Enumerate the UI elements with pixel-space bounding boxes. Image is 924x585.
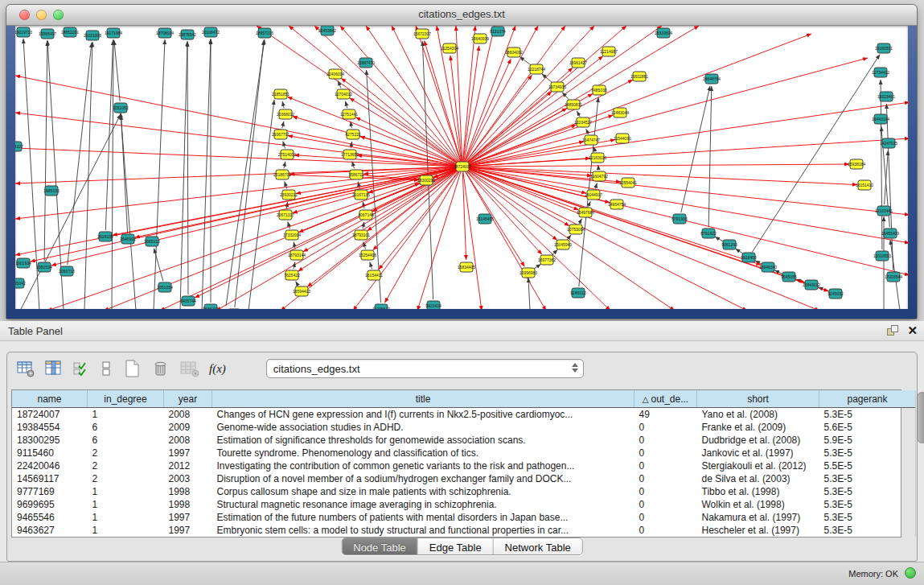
tab-edge-table[interactable]: Edge Table xyxy=(418,538,494,554)
tab-network-table[interactable]: Network Table xyxy=(494,538,582,554)
graph-node-label: 25186701 xyxy=(273,172,291,177)
graph-node-label: 9061243 xyxy=(721,242,737,247)
table-row[interactable]: 969969511998Structural magnetic resonanc… xyxy=(12,498,915,511)
table-row[interactable]: 946554611997Estimation of the future num… xyxy=(12,511,915,524)
graph-node-label: 12751441 xyxy=(340,112,358,117)
graph-node-label: 18957215 xyxy=(256,31,273,35)
graph-node-label: 10843012 xyxy=(803,282,820,287)
graph-edge xyxy=(467,167,908,243)
column-header-in_degree[interactable]: in_degree xyxy=(88,390,164,408)
tab-node-table[interactable]: Node Table xyxy=(342,538,418,554)
window-titlebar[interactable]: citations_edges.txt xyxy=(6,5,917,26)
graph-node-label: 15145455 xyxy=(476,216,494,221)
stepper-icon xyxy=(572,363,578,373)
table-type-tabs: Node TableEdge TableNetwork Table xyxy=(341,538,583,555)
network-window: citations_edges.txt 19019713195654071885… xyxy=(6,4,918,319)
graph-edge xyxy=(417,171,461,309)
column-header-out_de[interactable]: △out_de... xyxy=(634,390,697,408)
graph-edge xyxy=(44,41,47,261)
table-selector[interactable]: citations_edges.txt xyxy=(266,359,584,378)
new-document-icon[interactable] xyxy=(121,357,142,380)
column-header-pagerank[interactable]: pagerank xyxy=(819,390,916,408)
graph-edge xyxy=(350,98,457,163)
network-canvas[interactable]: 1901971319565407188522012002100819171984… xyxy=(15,26,908,309)
graph-node-label: 15045943 xyxy=(554,242,572,247)
graph-node-label: 12218744 xyxy=(528,67,545,72)
graph-node-label: 9923414 xyxy=(425,303,441,308)
graph-node-label: 19171984 xyxy=(105,31,122,35)
memory-indicator[interactable] xyxy=(905,567,916,579)
table-row[interactable]: 946362711997Embryonic stem cells: a mode… xyxy=(12,524,915,537)
graph-node-label: 9918403 xyxy=(741,255,757,260)
graph-edge xyxy=(282,101,284,108)
graph-node-label: 18300295 xyxy=(417,178,435,183)
graph-node-label: 22406004 xyxy=(326,72,344,76)
graph-node-label: 17332004 xyxy=(283,233,301,237)
select-column-icon[interactable] xyxy=(43,358,64,379)
graph-node-label: 12483044 xyxy=(611,110,629,115)
graph-node-label: 15887470 xyxy=(357,60,375,65)
table-row[interactable]: 1456911722003Disruption of a novel membe… xyxy=(12,472,915,485)
graph-node-label: 2435744 xyxy=(180,299,196,303)
graph-node-label: 10996983 xyxy=(519,270,537,275)
graph-edge xyxy=(282,122,284,128)
column-header-short[interactable]: short xyxy=(697,390,819,408)
graph-edge xyxy=(465,171,546,309)
graph-edge xyxy=(466,169,747,309)
graph-node-label: 19876542 xyxy=(179,32,196,37)
graph-node-label: 16648784 xyxy=(703,76,721,81)
graph-node-label: 11254304 xyxy=(441,46,458,51)
graph-edge xyxy=(180,41,187,309)
graph-edge xyxy=(226,39,265,306)
graph-edge xyxy=(345,101,347,109)
function-builder-icon[interactable]: f(x) xyxy=(208,368,227,369)
graph-node-label: 23930212 xyxy=(280,192,298,197)
graph-node-label: 11035612 xyxy=(372,307,390,309)
table-row[interactable]: 1938455462009Genome-wide association stu… xyxy=(12,421,915,434)
graph-node-label: 3586711 xyxy=(348,172,363,177)
graph-node-label: 15672307 xyxy=(413,31,431,36)
table-row[interactable]: 1872400712008Changes of HCN gene express… xyxy=(12,408,915,422)
delete-table-icon[interactable] xyxy=(179,358,201,379)
graph-node-label: 9245012 xyxy=(570,290,586,295)
graph-edge xyxy=(384,172,459,303)
graph-edge xyxy=(542,74,552,83)
table-row[interactable]: 2242004622012Investigating the contribut… xyxy=(12,459,915,472)
table-row[interactable]: 1830029562008Estimation of significance … xyxy=(12,434,915,447)
graph-node-label: 16640939 xyxy=(471,36,489,41)
graph-node-label: 1901934 xyxy=(15,261,31,266)
graph-node-label: 10753094 xyxy=(567,227,585,232)
delete-trash-icon[interactable] xyxy=(150,357,171,380)
table-panel-header: Table Panel ✕ xyxy=(0,321,924,341)
table-settings-icon[interactable] xyxy=(15,358,36,379)
graph-edge xyxy=(284,162,285,168)
graph-node-label: 15497684 xyxy=(577,210,594,215)
float-panel-icon[interactable] xyxy=(885,323,899,337)
graph-node-label: 11544091 xyxy=(614,136,631,141)
graph-edge xyxy=(466,169,675,309)
graph-node-label: 1985033 xyxy=(43,188,60,193)
column-header-name[interactable]: name xyxy=(12,390,88,408)
graph-node-label: 18852201 xyxy=(61,30,79,35)
graph-node-label: 19160501 xyxy=(875,46,893,51)
graph-edge xyxy=(466,26,699,164)
close-panel-icon[interactable]: ✕ xyxy=(907,324,918,337)
column-header-title[interactable]: title xyxy=(212,390,634,408)
table-row[interactable]: 911546021997Tourette syndrome. Phenomeno… xyxy=(12,447,915,459)
graph-node-label: 14954754 xyxy=(608,202,626,207)
graph-node-label: 16023401 xyxy=(877,94,895,99)
graph-node-label: 8131074 xyxy=(490,29,506,34)
row-height-icon[interactable] xyxy=(98,358,114,379)
scrollbar-thumb[interactable] xyxy=(917,392,924,443)
graph-node-label: 20021008 xyxy=(84,33,101,38)
column-header-year[interactable]: year xyxy=(164,390,212,408)
table-vertical-scrollbar[interactable] xyxy=(915,390,916,537)
graph-edge xyxy=(466,26,594,163)
graph-edge xyxy=(552,249,558,255)
graph-edge xyxy=(579,219,582,224)
table-row[interactable]: 977716911998Corpus callosum shape and si… xyxy=(12,485,915,498)
match-checkbox-icon[interactable] xyxy=(72,358,91,379)
graph-node-label: 27514002 xyxy=(278,152,296,157)
sort-ascending-icon: △ xyxy=(643,395,649,404)
graph-edge xyxy=(885,150,889,204)
